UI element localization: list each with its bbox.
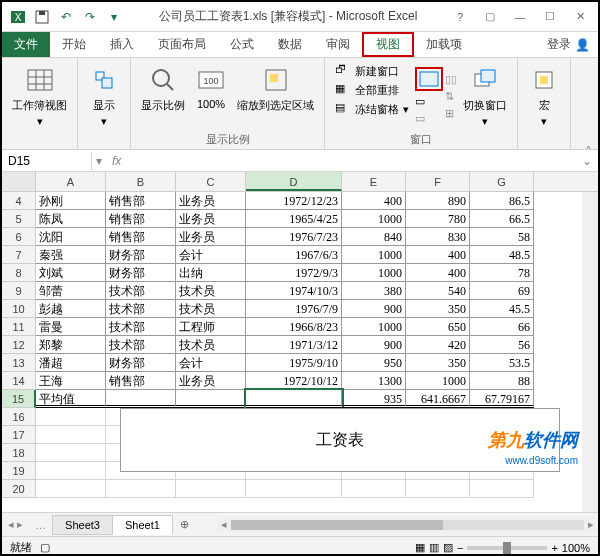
cell[interactable]: 400 bbox=[406, 264, 470, 282]
col-header-E[interactable]: E bbox=[342, 172, 406, 191]
cell[interactable]: 销售部 bbox=[106, 228, 176, 246]
redo-icon[interactable]: ↷ bbox=[80, 7, 100, 27]
qat-dropdown-icon[interactable]: ▾ bbox=[104, 7, 124, 27]
cell[interactable] bbox=[176, 390, 246, 408]
cell[interactable]: 业务员 bbox=[176, 192, 246, 210]
cell[interactable]: 技术部 bbox=[106, 336, 176, 354]
cell[interactable]: 78 bbox=[470, 264, 534, 282]
record-macro-icon[interactable]: ▢ bbox=[40, 541, 50, 554]
zoom-out-icon[interactable]: − bbox=[457, 542, 463, 554]
cell[interactable] bbox=[470, 480, 534, 498]
cell[interactable]: 销售部 bbox=[106, 372, 176, 390]
cell[interactable] bbox=[246, 390, 342, 408]
col-header-A[interactable]: A bbox=[36, 172, 106, 191]
cell[interactable]: 1976/7/23 bbox=[246, 228, 342, 246]
row-header[interactable]: 13 bbox=[2, 354, 36, 372]
cell[interactable]: 技术部 bbox=[106, 318, 176, 336]
freeze-panes-button[interactable]: ▤冻结窗格 ▾ bbox=[331, 100, 413, 118]
cell[interactable] bbox=[36, 480, 106, 498]
cell[interactable]: 技术部 bbox=[106, 300, 176, 318]
row-header[interactable]: 5 bbox=[2, 210, 36, 228]
cell[interactable]: 1967/6/3 bbox=[246, 246, 342, 264]
cell[interactable]: 业务员 bbox=[176, 210, 246, 228]
tab-formula[interactable]: 公式 bbox=[218, 32, 266, 57]
cell[interactable]: 销售部 bbox=[106, 192, 176, 210]
cell[interactable]: 840 bbox=[342, 228, 406, 246]
cell[interactable]: 1975/9/10 bbox=[246, 354, 342, 372]
cell[interactable] bbox=[36, 462, 106, 480]
cell[interactable]: 780 bbox=[406, 210, 470, 228]
cell[interactable]: 孙刚 bbox=[36, 192, 106, 210]
cell[interactable] bbox=[406, 480, 470, 498]
cell[interactable]: 830 bbox=[406, 228, 470, 246]
fx-icon[interactable]: fx bbox=[106, 154, 127, 168]
cell[interactable]: 1966/8/23 bbox=[246, 318, 342, 336]
cell[interactable]: 陈凤 bbox=[36, 210, 106, 228]
row-header[interactable]: 12 bbox=[2, 336, 36, 354]
row-header[interactable]: 15 bbox=[2, 390, 36, 408]
collapse-ribbon-icon[interactable]: ˄ bbox=[585, 144, 592, 160]
view-side-icon[interactable]: ▯▯ bbox=[445, 73, 457, 86]
cell[interactable]: 1300 bbox=[342, 372, 406, 390]
cell[interactable]: 会计 bbox=[176, 246, 246, 264]
tab-insert[interactable]: 插入 bbox=[98, 32, 146, 57]
zoom-slider[interactable] bbox=[467, 546, 547, 550]
row-header[interactable]: 20 bbox=[2, 480, 36, 498]
cell[interactable]: 45.5 bbox=[470, 300, 534, 318]
col-header-G[interactable]: G bbox=[470, 172, 534, 191]
cell[interactable]: 48.5 bbox=[470, 246, 534, 264]
cell[interactable]: 1972/9/3 bbox=[246, 264, 342, 282]
cell[interactable]: 350 bbox=[406, 354, 470, 372]
cell[interactable]: 1000 bbox=[342, 246, 406, 264]
row-header[interactable]: 7 bbox=[2, 246, 36, 264]
login-link[interactable]: 登录 👤 bbox=[539, 32, 598, 57]
row-header[interactable]: 9 bbox=[2, 282, 36, 300]
show-button[interactable]: 显示 ▾ bbox=[84, 62, 124, 130]
save-icon[interactable] bbox=[32, 7, 52, 27]
tab-layout[interactable]: 页面布局 bbox=[146, 32, 218, 57]
formula-input[interactable] bbox=[127, 159, 576, 163]
row-header[interactable]: 6 bbox=[2, 228, 36, 246]
horizontal-scrollbar[interactable]: ◂ ▸ bbox=[217, 517, 598, 533]
cell[interactable] bbox=[36, 408, 106, 426]
cell[interactable]: 业务员 bbox=[176, 372, 246, 390]
sheet-tab-sheet3[interactable]: Sheet3 bbox=[52, 515, 113, 535]
cell[interactable]: 秦强 bbox=[36, 246, 106, 264]
cell[interactable]: 1000 bbox=[406, 372, 470, 390]
cell[interactable]: 技术员 bbox=[176, 300, 246, 318]
cell[interactable]: 890 bbox=[406, 192, 470, 210]
new-window-button[interactable]: 🗗新建窗口 bbox=[331, 62, 413, 80]
tab-view[interactable]: 视图 bbox=[362, 32, 414, 57]
cell[interactable]: 沈阳 bbox=[36, 228, 106, 246]
cell[interactable] bbox=[342, 480, 406, 498]
minimize-icon[interactable]: — bbox=[506, 7, 534, 27]
cell[interactable]: 380 bbox=[342, 282, 406, 300]
cell[interactable]: 1974/10/3 bbox=[246, 282, 342, 300]
cell[interactable]: 出纳 bbox=[176, 264, 246, 282]
cell[interactable]: 销售部 bbox=[106, 210, 176, 228]
row-header[interactable]: 8 bbox=[2, 264, 36, 282]
cell[interactable]: 900 bbox=[342, 336, 406, 354]
cell[interactable]: 58 bbox=[470, 228, 534, 246]
switch-window-button[interactable]: 切换窗口 ▾ bbox=[459, 62, 511, 130]
tab-addins[interactable]: 加载项 bbox=[414, 32, 474, 57]
cell[interactable]: 王海 bbox=[36, 372, 106, 390]
zoom-selection-button[interactable]: 缩放到选定区域 bbox=[233, 62, 318, 115]
cell[interactable]: 88 bbox=[470, 372, 534, 390]
cell[interactable]: 1976/7/9 bbox=[246, 300, 342, 318]
cell[interactable] bbox=[106, 480, 176, 498]
cell[interactable]: 1000 bbox=[342, 318, 406, 336]
col-header-D[interactable]: D bbox=[246, 172, 342, 191]
cell[interactable]: 技术员 bbox=[176, 336, 246, 354]
cell[interactable]: 935 bbox=[342, 390, 406, 408]
page-layout-icon[interactable]: ▥ bbox=[429, 541, 439, 554]
cell[interactable]: 雷曼 bbox=[36, 318, 106, 336]
cell[interactable]: 1965/4/25 bbox=[246, 210, 342, 228]
arrange-all-button[interactable]: ▦全部重排 bbox=[331, 81, 413, 99]
tab-review[interactable]: 审阅 bbox=[314, 32, 362, 57]
name-box[interactable]: D15 bbox=[2, 152, 92, 170]
cell[interactable]: 郑黎 bbox=[36, 336, 106, 354]
cell[interactable]: 350 bbox=[406, 300, 470, 318]
cell[interactable]: 1971/3/12 bbox=[246, 336, 342, 354]
vertical-scrollbar[interactable] bbox=[582, 192, 598, 512]
